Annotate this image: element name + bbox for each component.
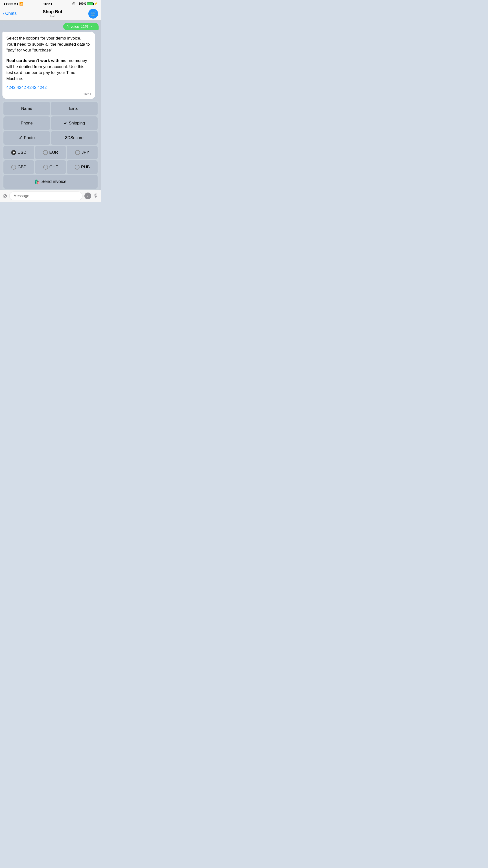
eur-radio <box>43 150 48 155</box>
eur-label: EUR <box>49 150 58 155</box>
gbp-button[interactable]: GBP <box>3 160 34 174</box>
usd-button[interactable]: USD <box>3 146 34 159</box>
input-bar: ⊘ / 🎙 <box>0 190 101 202</box>
invoice-tag: /invoice 16:51 ✓✓ <box>63 23 98 30</box>
invoice-label: /invoice <box>67 24 79 29</box>
message-text-1: Select the options for your demo invoice… <box>6 35 91 54</box>
photo-check: ✓ <box>19 135 23 141</box>
location-icon: @ <box>72 2 75 5</box>
shipping-button[interactable]: ✓ Shipping <box>51 116 98 130</box>
status-time: 16:51 <box>43 2 53 6</box>
card-number-link[interactable]: 4242 4242 4242 4242 <box>6 85 47 90</box>
email-button[interactable]: Email <box>51 102 98 116</box>
usd-label: USD <box>18 150 26 155</box>
invoice-checks: ✓✓ <box>90 25 95 28</box>
jpy-button[interactable]: JPY <box>67 146 98 159</box>
battery-icon <box>87 2 93 5</box>
message-bubble: Select the options for your demo invoice… <box>2 32 95 99</box>
jpy-label: JPY <box>82 150 89 155</box>
chf-button[interactable]: CHF <box>35 160 66 174</box>
gbp-label: GBP <box>18 165 26 169</box>
chf-label: CHF <box>50 165 58 169</box>
3dsecure-label: 3DSecure <box>65 135 84 140</box>
message-text-2: Real cards won't work with me, no money … <box>6 58 91 82</box>
name-button[interactable]: Name <box>3 102 50 116</box>
photo-label: Photo <box>24 135 35 140</box>
battery-percent: 100% <box>79 2 86 5</box>
back-label: Chats <box>5 11 17 16</box>
bot-avatar[interactable]: 🛒 <box>88 9 98 19</box>
mic-icon[interactable]: 🎙 <box>93 193 98 199</box>
email-label: Email <box>69 106 80 111</box>
carrier-label: ●●○○○ M1 <box>3 2 18 6</box>
rub-label: RUB <box>81 165 90 169</box>
button-grid: Name Email Phone ✓ Shipping ✓ Photo 3DSe… <box>2 101 98 190</box>
eur-button[interactable]: EUR <box>35 146 66 159</box>
3dsecure-button[interactable]: 3DSecure <box>51 131 98 145</box>
nav-bar: ‹ Chats Shop Bot bot 🛒 <box>0 7 101 21</box>
btn-row-4: USD EUR JPY <box>3 146 98 159</box>
invoice-bubble-row: /invoice 16:51 ✓✓ <box>2 23 98 30</box>
nav-title: Shop Bot bot <box>43 9 62 18</box>
send-invoice-label: Send invoice <box>41 179 66 184</box>
card-number: 4242 4242 4242 4242 <box>6 85 91 91</box>
gbp-radio <box>11 165 16 169</box>
jpy-radio <box>75 150 80 155</box>
btn-row-send: 🛍️ Send invoice <box>3 175 98 189</box>
shipping-label: Shipping <box>69 121 85 126</box>
back-button[interactable]: ‹ Chats <box>3 11 17 17</box>
chat-background: /invoice 16:51 ✓✓ Select the options for… <box>0 21 101 190</box>
send-invoice-emoji: 🛍️ <box>34 179 40 184</box>
btn-row-1: Name Email <box>3 102 98 116</box>
btn-row-3: ✓ Photo 3DSecure <box>3 131 98 145</box>
chat-title: Shop Bot <box>43 9 62 14</box>
chevron-left-icon: ‹ <box>3 11 5 17</box>
phone-button[interactable]: Phone <box>3 116 50 130</box>
charge-icon: ⚡ <box>94 2 98 5</box>
status-left: ●●○○○ M1 📶 <box>3 2 23 6</box>
wifi-icon: 📶 <box>19 2 23 6</box>
attach-icon[interactable]: ⊘ <box>2 192 7 199</box>
photo-button[interactable]: ✓ Photo <box>3 131 50 145</box>
btn-row-5: GBP CHF RUB <box>3 160 98 174</box>
command-icon[interactable]: / <box>85 192 91 199</box>
chf-radio <box>43 165 48 169</box>
btn-row-2: Phone ✓ Shipping <box>3 116 98 130</box>
chat-subtitle: bot <box>43 14 62 18</box>
status-right: @ ↑ 100% ⚡ <box>72 2 98 5</box>
phone-label: Phone <box>21 121 33 126</box>
message-time: 16:51 <box>6 92 91 96</box>
send-invoice-button[interactable]: 🛍️ Send invoice <box>3 175 98 189</box>
name-label: Name <box>21 106 32 111</box>
usd-radio <box>11 150 16 155</box>
status-bar: ●●○○○ M1 📶 16:51 @ ↑ 100% ⚡ <box>0 0 101 7</box>
shipping-check: ✓ <box>64 121 67 126</box>
rub-radio <box>75 165 80 169</box>
message-input[interactable] <box>9 192 83 200</box>
arrow-icon: ↑ <box>76 2 78 5</box>
invoice-time: 16:51 <box>81 25 88 28</box>
bold-text: Real cards won't work with me <box>6 58 67 63</box>
rub-button[interactable]: RUB <box>67 160 98 174</box>
